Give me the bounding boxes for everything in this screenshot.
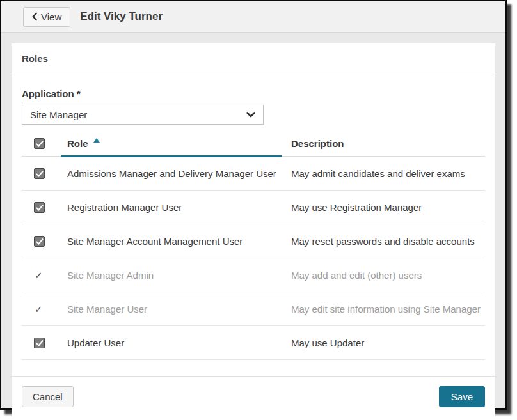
role-name: Registration Manager User	[58, 202, 282, 213]
form-footer: Cancel Save	[12, 376, 495, 417]
table-row: ✓ Site Manager Admin May add and edit (o…	[22, 258, 485, 292]
table-row: ✓ Site Manager Account Management User M…	[22, 224, 485, 258]
column-header-description[interactable]: Description	[282, 138, 485, 149]
role-name: Site Manager Admin	[58, 270, 282, 281]
locked-check-icon: ✓	[35, 304, 43, 314]
edit-user-window: View Edit Viky Turner Roles Application …	[0, 0, 507, 410]
table-row: ✓ Admissions Manager and Delivery Manage…	[22, 157, 485, 191]
roles-card: Roles Application * Site Manager	[12, 43, 495, 417]
role-checkbox[interactable]	[34, 202, 45, 213]
roles-table-header-row: Role Description	[22, 130, 485, 157]
role-description: May use Updater	[282, 338, 485, 348]
screenshot-stage: View Edit Viky Turner Roles Application …	[0, 0, 517, 420]
row-check-cell: ✓	[22, 270, 58, 280]
back-to-view-button[interactable]: View	[23, 7, 70, 27]
roles-card-body: Application * Site Manager	[12, 74, 495, 417]
top-bar: View Edit Viky Turner	[1, 1, 505, 33]
roles-section-title: Roles	[12, 43, 495, 74]
role-column-label: Role	[67, 138, 88, 149]
column-header-role[interactable]: Role	[58, 130, 282, 156]
role-checkbox[interactable]	[34, 338, 45, 348]
row-check-cell: ✓	[22, 168, 58, 179]
table-row: ✓ Site Manager User May edit site inform…	[22, 292, 485, 326]
application-field-label: Application *	[22, 88, 485, 99]
chevron-left-icon	[32, 12, 38, 21]
role-name: Site Manager Account Management User	[58, 236, 282, 247]
role-description: May use Registration Manager	[282, 202, 485, 213]
role-description: May edit site information using Site Man…	[282, 304, 485, 315]
select-all-checkbox[interactable]	[34, 138, 45, 149]
row-check-cell: ✓	[22, 236, 58, 247]
save-button[interactable]: Save	[439, 386, 485, 407]
role-description: May reset passwords and disable accounts	[282, 236, 485, 247]
page-body: Roles Application * Site Manager	[1, 33, 505, 420]
role-description: May add and edit (other) users	[282, 270, 485, 281]
page-title: Edit Viky Turner	[80, 10, 163, 23]
table-row: ✓ Registration Manager User May use Regi…	[22, 191, 485, 224]
sort-ascending-icon	[93, 138, 100, 143]
application-selected-value: Site Manager	[30, 109, 87, 120]
description-column-label: Description	[291, 138, 344, 149]
locked-check-icon: ✓	[35, 270, 43, 280]
table-row: ✓ Updater User May use Updater	[22, 326, 485, 360]
back-button-label: View	[41, 12, 61, 22]
role-name: Site Manager User	[58, 304, 282, 315]
select-all-cell	[22, 138, 58, 149]
role-checkbox[interactable]	[34, 236, 45, 247]
row-check-cell: ✓	[22, 202, 58, 213]
roles-table: Role Description ✓	[22, 130, 485, 360]
role-checkbox[interactable]	[34, 168, 45, 179]
chevron-down-icon	[246, 112, 255, 118]
role-name: Admissions Manager and Delivery Manager …	[58, 168, 282, 179]
application-select[interactable]: Site Manager	[22, 105, 264, 125]
row-check-cell: ✓	[22, 304, 58, 314]
role-name: Updater User	[58, 338, 282, 348]
role-description: May admit candidates and deliver exams	[282, 168, 485, 179]
cancel-button[interactable]: Cancel	[22, 386, 74, 407]
row-check-cell: ✓	[22, 338, 58, 348]
